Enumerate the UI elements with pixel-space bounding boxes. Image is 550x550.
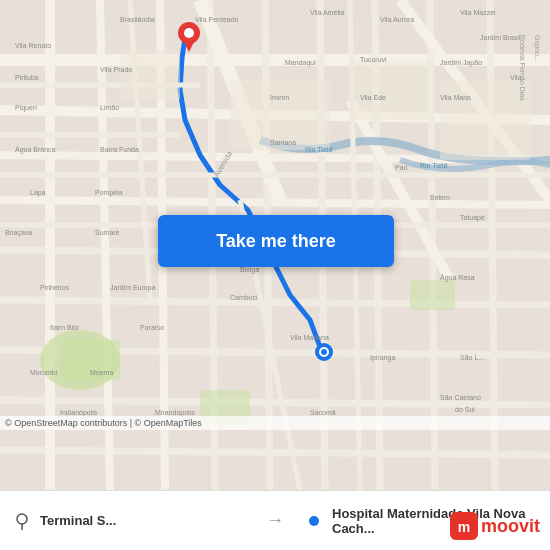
svg-text:Moema: Moema <box>90 369 113 376</box>
svg-text:São Caetano: São Caetano <box>440 394 481 401</box>
svg-text:Água Branca: Água Branca <box>15 145 56 154</box>
moovit-icon: m <box>450 512 478 540</box>
svg-text:Pari: Pari <box>395 164 408 171</box>
destination-icon <box>304 511 324 531</box>
moovit-logo: m moovit <box>450 512 540 540</box>
svg-text:Sumaré: Sumaré <box>95 229 120 236</box>
svg-text:Pirituba: Pirituba <box>15 74 39 81</box>
svg-text:Vila Aurora: Vila Aurora <box>380 16 414 23</box>
svg-text:Vila Prado: Vila Prado <box>100 66 132 73</box>
svg-line-6 <box>0 300 550 305</box>
svg-line-9 <box>0 450 550 455</box>
svg-text:do Sul: do Sul <box>455 406 475 413</box>
origin-route-item[interactable]: Terminal S... <box>0 491 258 550</box>
svg-text:Tucuruvi: Tucuruvi <box>360 56 387 63</box>
svg-text:Vila Ede: Vila Ede <box>360 94 386 101</box>
svg-rect-25 <box>410 280 455 310</box>
svg-text:Cambuci: Cambuci <box>230 294 258 301</box>
svg-text:Gopou...: Gopou... <box>533 35 541 62</box>
svg-text:Imirim: Imirim <box>270 94 289 101</box>
svg-text:Rio Tietê: Rio Tietê <box>305 146 333 153</box>
svg-text:Vila Mariana: Vila Mariana <box>290 334 329 341</box>
svg-point-97 <box>309 516 319 526</box>
svg-text:Jardim Europa: Jardim Europa <box>110 284 156 292</box>
route-arrow: → <box>258 510 292 531</box>
svg-text:Mandaqui: Mandaqui <box>285 59 316 67</box>
svg-text:Jardim Japão: Jardim Japão <box>440 59 482 67</box>
svg-text:Bixiga: Bixiga <box>240 266 259 274</box>
svg-text:Tatuapé: Tatuapé <box>460 214 485 222</box>
svg-rect-36 <box>440 80 530 160</box>
svg-text:Rio Tietê: Rio Tietê <box>420 162 448 169</box>
svg-text:Boaçava: Boaçava <box>5 229 32 237</box>
svg-text:Pinheiros: Pinheiros <box>40 284 70 291</box>
moovit-text: moovit <box>481 516 540 537</box>
svg-text:Itaim Bibi: Itaim Bibi <box>50 324 79 331</box>
svg-rect-34 <box>350 60 430 120</box>
svg-text:Brasilândia: Brasilândia <box>120 16 155 23</box>
svg-text:Vila Renato: Vila Renato <box>15 42 51 49</box>
svg-text:Santana: Santana <box>270 139 296 146</box>
svg-text:Vila Amélia: Vila Amélia <box>310 9 345 16</box>
svg-point-91 <box>184 28 194 38</box>
svg-marker-90 <box>182 38 196 52</box>
copyright-bar: © OpenStreetMap contributors | © OpenMap… <box>0 416 550 430</box>
svg-text:Sacomã: Sacomã <box>310 409 336 416</box>
map-container: Vila Renato Brasilândia Vila Penteado Vi… <box>0 0 550 490</box>
svg-text:Vila Penteado: Vila Penteado <box>195 16 239 23</box>
svg-text:Pompéia: Pompéia <box>95 189 123 197</box>
destination-marker <box>315 343 333 365</box>
copyright-left: © OpenStreetMap contributors | © OpenMap… <box>5 418 202 428</box>
take-me-there-button[interactable]: Take me there <box>158 215 394 267</box>
svg-text:Lapa: Lapa <box>30 189 46 197</box>
svg-text:Piqueri: Piqueri <box>15 104 37 112</box>
svg-point-95 <box>17 514 27 524</box>
svg-text:São L...: São L... <box>460 354 484 361</box>
svg-text:Ipiranga: Ipiranga <box>370 354 395 362</box>
svg-text:Vila Maria: Vila Maria <box>440 94 471 101</box>
svg-text:m: m <box>458 519 470 535</box>
svg-point-94 <box>321 349 327 355</box>
svg-text:Água Rasa: Água Rasa <box>440 273 475 282</box>
svg-rect-35 <box>120 50 180 100</box>
svg-text:Rodovia Fernão Dias: Rodovia Fernão Dias <box>519 35 526 101</box>
svg-text:Paraíso: Paraíso <box>140 324 164 331</box>
svg-text:Morumbi: Morumbi <box>30 369 58 376</box>
svg-text:Jardim Brasil: Jardim Brasil <box>480 34 521 41</box>
location-icon <box>12 511 32 531</box>
svg-text:Barra Funda: Barra Funda <box>100 146 139 153</box>
origin-marker <box>178 22 200 56</box>
svg-text:Vila Mazzei: Vila Mazzei <box>460 9 496 16</box>
svg-text:Belém: Belém <box>430 194 450 201</box>
origin-label: Terminal S... <box>40 513 116 528</box>
svg-text:Limão: Limão <box>100 104 119 111</box>
bottom-bar: Terminal S... → Hospital Maternidade Vil… <box>0 490 550 550</box>
